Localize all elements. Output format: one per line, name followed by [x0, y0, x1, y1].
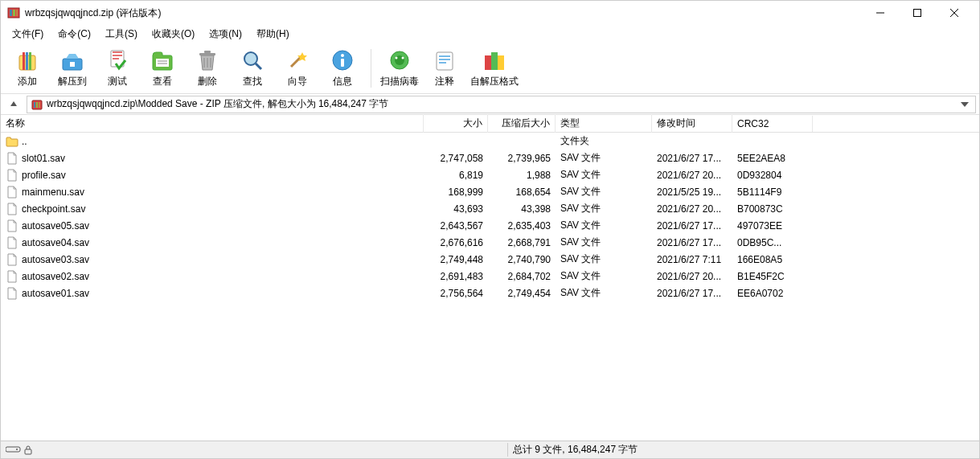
info-button[interactable]: 信息: [322, 46, 363, 91]
cell-modified: 2021/5/25 19...: [652, 186, 732, 198]
menu-options[interactable]: 选项(N): [203, 26, 248, 43]
svg-point-23: [244, 52, 257, 65]
column-crc[interactable]: CRC32: [732, 116, 813, 132]
toolbar-separator: [371, 49, 371, 88]
comment-button[interactable]: 注释: [424, 46, 465, 91]
cell-packed: 2,684,702: [488, 271, 556, 282]
menu-tools[interactable]: 工具(S): [99, 26, 144, 43]
maximize-button[interactable]: [899, 1, 936, 25]
virus-icon: [387, 47, 412, 73]
cell-type: SAV 文件: [556, 202, 652, 215]
drive-icon: [6, 445, 18, 455]
column-name[interactable]: 名称: [1, 114, 424, 133]
cell-type: 文件夹: [556, 134, 652, 148]
menu-file[interactable]: 文件(F): [6, 26, 50, 43]
close-button[interactable]: [936, 1, 973, 25]
cell-type: SAV 文件: [556, 185, 652, 199]
svg-rect-11: [29, 52, 31, 70]
cell-name: autosave05.sav: [1, 219, 424, 232]
status-left: [1, 445, 507, 455]
table-row[interactable]: profile.sav6,8191,988SAV 文件2021/6/27 20.…: [1, 166, 979, 183]
column-size[interactable]: 大小: [424, 114, 488, 133]
cell-packed: 43,398: [488, 203, 556, 215]
svg-rect-44: [6, 447, 20, 452]
sfx-button[interactable]: 自解压格式: [469, 46, 519, 91]
table-row[interactable]: ..文件夹: [1, 133, 979, 150]
cell-name: checkpoint.sav: [1, 203, 424, 215]
cell-type: SAV 文件: [556, 236, 652, 249]
path-bar: [1, 94, 979, 115]
cell-packed: 2,635,403: [488, 220, 556, 232]
find-button[interactable]: 查找: [232, 46, 273, 91]
cell-size: 6,819: [424, 170, 488, 181]
cell-modified: 2021/6/27 20...: [652, 271, 732, 282]
cell-type: SAV 文件: [556, 269, 652, 283]
virus-scan-button[interactable]: 扫描病毒: [379, 46, 420, 91]
cell-size: 43,693: [424, 203, 488, 215]
cell-type: SAV 文件: [556, 219, 652, 232]
up-button[interactable]: [4, 96, 23, 113]
table-row[interactable]: checkpoint.sav43,69343,398SAV 文件2021/6/2…: [1, 200, 979, 217]
wizard-button[interactable]: 向导: [277, 46, 318, 91]
cell-size: 2,643,567: [424, 220, 488, 232]
svg-rect-19: [204, 51, 211, 53]
svg-rect-5: [914, 10, 921, 17]
file-icon: [6, 236, 18, 249]
cell-name: profile.sav: [1, 169, 424, 182]
view-button[interactable]: 查看: [142, 46, 182, 91]
cell-packed: 2,668,791: [488, 237, 556, 248]
column-headers: 名称 大小 压缩后大小 类型 修改时间 CRC32: [1, 115, 979, 133]
find-icon: [240, 47, 265, 73]
table-row[interactable]: autosave01.sav2,756,5642,749,454SAV 文件20…: [1, 285, 979, 301]
delete-icon: [195, 47, 220, 73]
test-button[interactable]: 测试: [97, 46, 137, 91]
table-row[interactable]: autosave04.sav2,676,6162,668,791SAV 文件20…: [1, 234, 979, 251]
file-icon: [6, 186, 18, 199]
extract-icon: [59, 47, 85, 73]
path-dropdown-button[interactable]: [957, 102, 972, 107]
svg-rect-10: [26, 52, 28, 70]
column-packed[interactable]: 压缩后大小: [488, 114, 556, 133]
svg-point-31: [396, 57, 398, 59]
status-total: 总计 9 文件, 16,484,247 字节: [507, 443, 979, 457]
cell-name: ..: [1, 135, 424, 148]
minimize-button[interactable]: [862, 1, 899, 25]
file-icon: [6, 203, 18, 215]
cell-type: SAV 文件: [556, 252, 652, 266]
file-icon: [6, 270, 18, 283]
table-row[interactable]: slot01.sav2,747,0582,739,965SAV 文件2021/6…: [1, 150, 979, 166]
menu-help[interactable]: 帮助(H): [250, 26, 296, 43]
svg-line-24: [256, 64, 261, 69]
cell-size: 2,749,448: [424, 254, 488, 265]
path-input-container[interactable]: [27, 96, 976, 113]
svg-rect-46: [25, 449, 31, 454]
cell-crc: B1E45F2C: [732, 271, 813, 282]
extract-button[interactable]: 解压到: [52, 46, 92, 91]
cell-modified: 2021/6/27 20...: [652, 203, 732, 215]
cell-name: autosave02.sav: [1, 270, 424, 283]
app-icon: [7, 6, 20, 19]
cell-size: 2,676,616: [424, 237, 488, 248]
menu-favorites[interactable]: 收藏夹(O): [146, 26, 201, 43]
menu-commands[interactable]: 命令(C): [51, 26, 97, 43]
column-type[interactable]: 类型: [556, 114, 652, 133]
path-input[interactable]: [47, 99, 954, 110]
file-icon: [6, 253, 18, 266]
table-row[interactable]: autosave03.sav2,749,4482,740,790SAV 文件20…: [1, 251, 979, 268]
cell-modified: 2021/6/27 17...: [652, 237, 732, 248]
column-modified[interactable]: 修改时间: [652, 114, 732, 133]
cell-modified: 2021/6/27 17...: [652, 288, 732, 299]
window-controls: [862, 1, 973, 25]
table-row[interactable]: autosave02.sav2,691,4832,684,702SAV 文件20…: [1, 268, 979, 285]
cell-type: SAV 文件: [556, 151, 652, 165]
svg-rect-13: [70, 62, 75, 67]
table-row[interactable]: mainmenu.sav168,999168,654SAV 文件2021/5/2…: [1, 183, 979, 200]
delete-button[interactable]: 删除: [187, 46, 228, 91]
file-icon: [6, 152, 18, 165]
svg-point-27: [341, 54, 344, 57]
cell-modified: 2021/6/27 17...: [652, 153, 732, 164]
add-button[interactable]: 添加: [7, 46, 47, 91]
file-list[interactable]: ..文件夹slot01.sav2,747,0582,739,965SAV 文件2…: [1, 133, 979, 441]
cell-size: 2,691,483: [424, 271, 488, 282]
table-row[interactable]: autosave05.sav2,643,5672,635,403SAV 文件20…: [1, 217, 979, 234]
